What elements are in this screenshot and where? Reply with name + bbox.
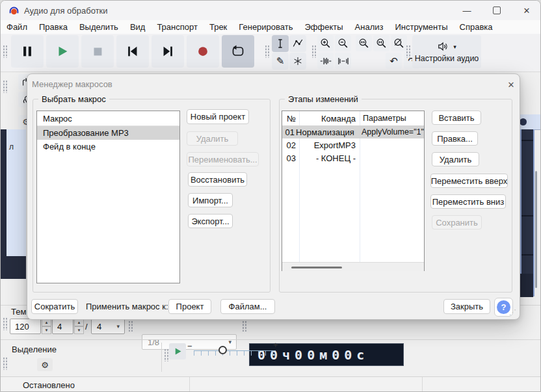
insert-step-button[interactable]: Вставить [432, 111, 481, 125]
apply-to-project-button[interactable]: Проект [168, 299, 211, 314]
silence-selection-button[interactable] [335, 53, 351, 69]
steps-table-row[interactable]: 01 Нормализация ApplyVolume="1" [282, 125, 424, 138]
play-at-speed-grip[interactable] [164, 348, 169, 361]
time-toolbar-grip[interactable] [242, 320, 247, 332]
tempo-bpm-spinner[interactable]: ▲▼ [42, 319, 51, 334]
vertical-scrollbar-thumb[interactable] [535, 171, 537, 288]
toolbar-separator [161, 343, 162, 372]
tempo-bpm-input[interactable]: 120 [10, 319, 41, 334]
minimize-button[interactable]: — [452, 1, 482, 20]
delete-macro-button[interactable]: Удалить [187, 131, 238, 146]
envelope-tool-button[interactable] [289, 35, 306, 52]
fit-selection-button[interactable] [356, 35, 372, 51]
draw-tool-button[interactable]: ✎ [272, 53, 289, 70]
dialog-resize-grip[interactable]: ⋰ [509, 308, 516, 317]
play-at-speed-button[interactable] [169, 343, 186, 359]
audacity-logo-icon [8, 5, 20, 16]
transport-toolbar-grip[interactable] [3, 45, 8, 58]
speed-slider-track[interactable] [194, 350, 276, 356]
spin-down-icon[interactable]: ▼ [74, 326, 84, 334]
selection-options-button[interactable]: ⚙ [37, 358, 53, 371]
time-sig-upper-input[interactable]: 4 [52, 319, 73, 334]
help-icon: ? [497, 300, 510, 314]
shrink-button[interactable]: Сократить [31, 299, 78, 314]
zoom-in-button[interactable] [317, 35, 334, 51]
move-step-down-button[interactable]: Переместить вниз [430, 194, 506, 209]
tempo-toolbar-grip[interactable] [3, 317, 8, 330]
move-step-up-button[interactable]: Переместить вверх [430, 174, 508, 188]
menu-transport[interactable]: Транспорт [151, 21, 204, 33]
trim-outside-selection-button[interactable] [317, 53, 334, 69]
fit-project-button[interactable] [373, 35, 389, 51]
time-sig-lower-select[interactable]: 4 ▾ [91, 319, 125, 334]
snapping-toolbar-grip[interactable] [128, 320, 133, 332]
delete-step-button[interactable]: Удалить [432, 152, 479, 166]
tools-toolbar-grip[interactable] [265, 45, 270, 58]
time-sig-upper-spinner[interactable]: ▲▼ [74, 319, 84, 334]
selection-tool-button[interactable] [272, 35, 289, 52]
menu-edit[interactable]: Правка [33, 21, 73, 33]
dialog-close-footer-button[interactable]: Закрыть [443, 299, 490, 314]
envelope-icon [292, 38, 304, 49]
import-macro-button[interactable]: Импорт... [188, 193, 233, 207]
toolbar-row: ✎ [1, 34, 541, 72]
menu-tracks[interactable]: Трек [204, 21, 233, 33]
play-icon [55, 44, 70, 59]
menu-tools[interactable]: Инструменты [389, 21, 454, 33]
dialog-close-button[interactable]: ✕ [504, 78, 518, 91]
edit-toolbar-grip[interactable] [3, 80, 8, 93]
menu-generate[interactable]: Генерировать [233, 21, 298, 33]
skip-to-end-button[interactable] [152, 35, 184, 68]
apply-to-files-button[interactable]: Файлам... [220, 299, 275, 314]
rename-macro-button[interactable]: Переименовать... [187, 152, 259, 166]
steps-table-row[interactable]: 03 - КОНЕЦ - [282, 151, 424, 164]
stop-button[interactable] [81, 35, 114, 68]
restore-macro-button[interactable]: Восстановить [188, 172, 247, 187]
steps-table-header: № Команда Параметры [282, 111, 424, 126]
zoom-out-button[interactable] [335, 35, 351, 51]
edit-step-button[interactable]: Правка... [432, 131, 478, 146]
save-macro-button[interactable]: Сохранить [432, 215, 482, 229]
loop-button[interactable] [222, 35, 254, 68]
track-control-panel[interactable]: л [7, 129, 26, 256]
undo-button[interactable]: ↶ [386, 53, 402, 69]
steps-table-row[interactable]: 02 ExportMP3 [282, 138, 424, 151]
play-button[interactable] [46, 35, 79, 68]
hscrollbar-thumb[interactable] [291, 267, 342, 268]
pencil-icon: ✎ [276, 55, 285, 67]
export-macro-button[interactable]: Экспорт... [188, 214, 233, 228]
timeline-ruler-fragment[interactable] [519, 114, 541, 130]
multi-tool-button[interactable] [289, 53, 306, 70]
window-title: Аудио для обработки [24, 6, 108, 16]
record-button[interactable] [187, 35, 219, 68]
pause-button[interactable] [11, 35, 44, 68]
macro-manager-dialog: Менеджер макросов ✕ Выбрать макрос Макро… [27, 73, 520, 320]
menu-file[interactable]: Файл [1, 21, 33, 33]
macro-list[interactable]: Макрос Преобразование MP3 Фейд в конце [36, 111, 180, 283]
audio-setup-button[interactable]: ▾ Настройки аудио [412, 35, 481, 68]
menu-effects[interactable]: Эффекты [299, 21, 349, 33]
close-button[interactable]: ✕ [512, 1, 541, 20]
zoom-toggle-button[interactable] [391, 35, 407, 51]
time-sig-slash: / [85, 322, 88, 332]
audio-setup-label: Настройки аудио [415, 54, 479, 63]
zoom-toolbar-grip[interactable] [311, 45, 317, 58]
menu-analyze[interactable]: Анализ [349, 21, 389, 33]
maximize-icon [493, 7, 501, 14]
steps-table-hscrollbar[interactable] [282, 262, 424, 271]
menu-select[interactable]: Выделить [73, 21, 124, 33]
audio-setup-toolbar-grip[interactable] [406, 45, 411, 58]
menu-help[interactable]: Справка [454, 21, 499, 33]
macro-steps-table[interactable]: № Команда Параметры 01 Нормализация Appl… [282, 111, 425, 271]
menu-view[interactable]: Вид [124, 21, 152, 33]
selection-toolbar-grip[interactable] [3, 357, 8, 370]
macro-list-item[interactable]: Фейд в конце [37, 140, 179, 153]
maximize-button[interactable] [482, 1, 512, 20]
status-bar: Остановлено [1, 376, 541, 392]
macro-list-item[interactable]: Преобразование MP3 [37, 126, 179, 140]
skip-to-start-button[interactable] [116, 35, 149, 68]
close-icon: ✕ [523, 6, 531, 16]
spin-down-icon[interactable]: ▼ [42, 326, 51, 334]
new-macro-button[interactable]: Новый проект [187, 109, 249, 124]
speed-slider-knob[interactable] [218, 346, 227, 354]
